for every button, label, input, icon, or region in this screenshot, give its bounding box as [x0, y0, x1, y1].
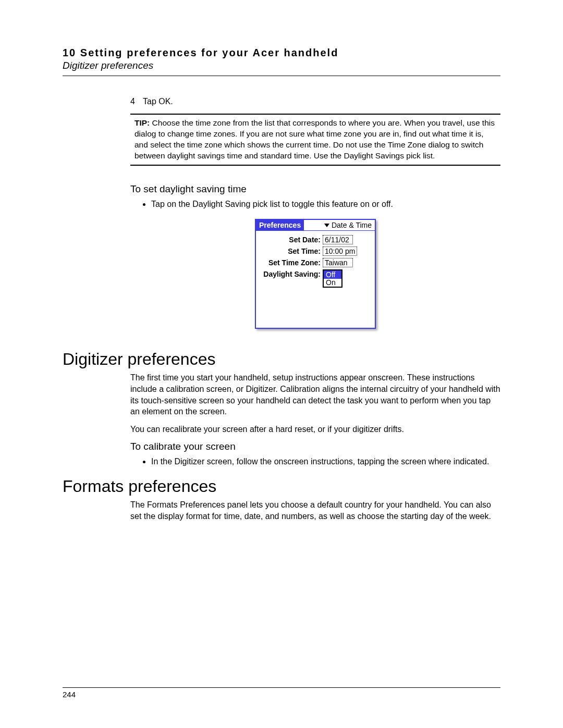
digitizer-p1: The first time you start your handheld, …	[130, 372, 500, 417]
palm-menu-label: Date & Time	[332, 221, 372, 229]
tip-label: TIP:	[134, 118, 150, 127]
daylight-bullet: Tap on the Daylight Saving pick list to …	[151, 199, 500, 210]
set-timezone-label: Set Time Zone:	[259, 258, 323, 267]
palm-screenshot: Preferences Date & Time Set Date: 6/11/0…	[255, 219, 376, 329]
picklist-option-off[interactable]: Off	[324, 270, 341, 279]
formats-heading: Formats preferences	[63, 477, 500, 496]
page-header: 10 Setting preferences for your Acer han…	[63, 47, 500, 76]
step-text: Tap OK.	[143, 97, 173, 106]
formats-p1: The Formats Preferences panel lets you c…	[130, 499, 500, 522]
section-subtitle: Digitizer preferences	[63, 60, 500, 71]
footer-rule	[63, 687, 500, 688]
set-date-label: Set Date:	[259, 235, 323, 244]
set-time-value[interactable]: 10:00 pm	[323, 246, 357, 256]
daylight-heading: To set daylight saving time	[130, 183, 500, 195]
picklist-option-on[interactable]: On	[324, 279, 341, 287]
step-row: 4 Tap OK.	[130, 97, 500, 106]
digitizer-p2: You can recalibrate your screen after a …	[130, 424, 500, 435]
daylight-saving-label: Daylight Saving:	[259, 269, 323, 279]
tip-text: Choose the time zone from the list that …	[134, 118, 495, 160]
calibrate-heading: To calibrate your screen	[130, 441, 500, 452]
digitizer-heading: Digitizer preferences	[63, 350, 500, 369]
page-number: 244	[63, 690, 500, 699]
page-footer: 244	[63, 687, 500, 699]
tip-box: TIP: Choose the time zone from the list …	[130, 114, 500, 166]
daylight-saving-picklist[interactable]: Off On	[323, 269, 342, 288]
header-rule	[63, 76, 500, 76]
set-time-label: Set Time:	[259, 246, 323, 256]
step-number: 4	[130, 97, 143, 106]
palm-category-menu[interactable]: Date & Time	[324, 221, 375, 229]
set-date-value[interactable]: 6/11/02	[323, 235, 353, 244]
set-timezone-value[interactable]: Taiwan	[323, 258, 353, 267]
chapter-title: 10 Setting preferences for your Acer han…	[63, 47, 500, 59]
palm-app-title: Preferences	[256, 220, 304, 230]
chevron-down-icon	[324, 224, 329, 227]
calibrate-bullet: In the Digitizer screen, follow the onsc…	[151, 456, 500, 467]
